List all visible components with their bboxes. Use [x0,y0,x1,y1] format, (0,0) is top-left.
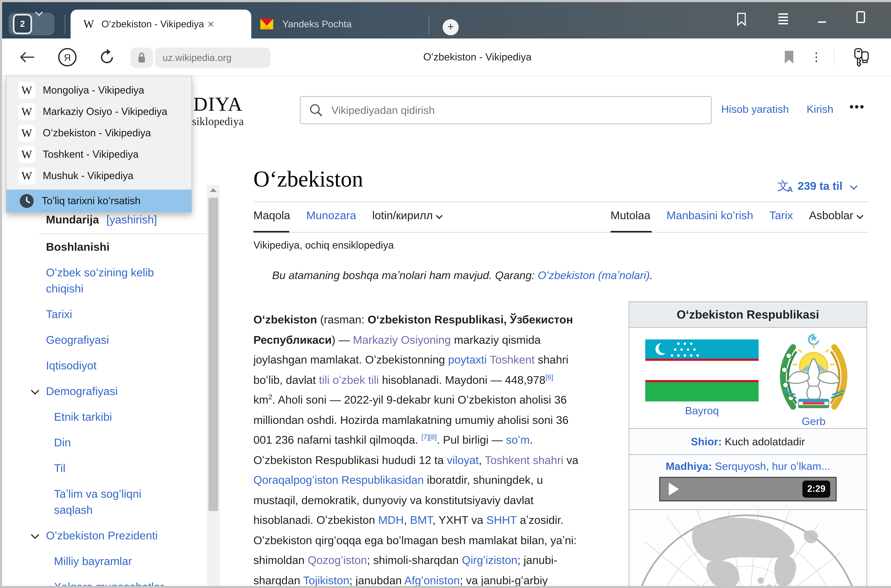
bookmarks-panel-icon[interactable] [736,12,747,27]
site-subtitle: Vikipediya, ochiq ensiklopediya [254,240,394,251]
toc-item-ta-lim-va-sog-liqni-saqlash[interactable]: Taʼlim va sogʻliqni saqlash [42,486,180,518]
history-item[interactable]: WMarkaziy Osiyo - Vikipediya [6,101,191,122]
play-icon[interactable] [669,483,679,495]
menu-icon[interactable] [777,13,789,26]
tab-group-count-badge[interactable]: 2 [13,14,32,34]
motto-label-link[interactable]: Shior: [691,436,722,447]
create-account-link[interactable]: Hisob yaratish [721,103,789,115]
toc-item-boshlanishi[interactable]: Boshlanishi [34,239,180,255]
history-item[interactable]: WMongoliya - Vikipediya [6,80,191,101]
yandex-home-button[interactable]: Я [57,39,78,76]
tabbar-separator [64,15,65,34]
history-item-label: Mushuk - Vikipediya [43,170,134,182]
article-link[interactable]: [6] [546,373,553,381]
toc-item-milliy-bayramlar[interactable]: Milliy bayramlar [42,553,180,569]
maximize-icon[interactable] [855,11,866,24]
article-link[interactable]: Qoraqalpogʻiston Respublikasidan [254,474,424,486]
tab-lotin-[interactable]: lotin/кирилл [372,209,442,222]
article-link[interactable]: SHHT [486,514,517,526]
audio-duration: 2:29 [802,480,830,498]
history-show-all-item[interactable]: Toʻliq tarixni koʻrsatish [6,190,191,212]
history-item-label: Oʻzbekiston - Vikipediya [43,127,151,139]
password-manager-button[interactable] [850,39,873,76]
article-link[interactable]: tili oʻzbek tili [319,374,379,386]
chevron-down-icon[interactable] [31,531,39,539]
article-link[interactable]: BMT [410,514,432,526]
toc-item-tarixi[interactable]: Tarixi [34,306,180,322]
article-link[interactable]: Tojikiston [303,574,349,586]
article-link[interactable]: Toshkent [490,353,535,366]
emblem-figure[interactable]: Gerb [774,332,854,428]
history-item[interactable]: WToshkent - Vikipediya [6,144,191,165]
anthem-title-link[interactable]: Serquyosh, hur oʻlkam... [715,460,830,472]
personal-tools-menu[interactable]: ••• [849,100,865,114]
article-title: Oʻzbekiston [254,166,363,192]
history-clock-icon [19,194,34,208]
article-link[interactable]: Qozogʻiston [308,554,367,566]
back-button[interactable] [17,39,38,76]
yandex-logo-glyph: Я [64,52,71,63]
flag-figure[interactable]: Bayroq [645,339,759,417]
site-security-badge[interactable] [130,48,153,68]
address-bar[interactable]: uz.wikipedia.org [155,48,270,68]
article-link[interactable]: Toshkent shahri [485,454,563,466]
article-link[interactable]: soʻm [506,434,530,446]
toc-item-din[interactable]: Din [42,435,180,451]
chevron-down-icon[interactable] [31,386,39,394]
tab-group-chip[interactable]: 2 [9,13,54,35]
motto-row: Shior: Kuch adolatdadir [629,428,867,454]
tab-bar: 2 W Oʻzbekiston - Vikipediya ✕ Yandeks P… [2,2,891,39]
article-link[interactable]: Oʻzbekiston (maʼnolari) [538,269,650,281]
toc-hide-link[interactable]: [yashirish] [106,213,157,226]
close-icon[interactable]: ✕ [207,19,214,29]
toolbar-more-menu[interactable]: ⋮ [809,39,823,76]
title-divider [254,201,868,202]
toc-item-geografiyasi[interactable]: Geografiyasi [34,332,180,348]
toc-divider [39,234,220,234]
article-link[interactable]: Afgʻoniston [404,574,460,586]
history-item[interactable]: WOʻzbekiston - Vikipediya [6,122,191,144]
article-text-line: Республикаси) — Markaziy Osiyoning marka… [254,330,622,350]
tab-ozbekiston[interactable]: W Oʻzbekiston - Vikipediya ✕ [70,10,251,39]
toc-item-xalqaro-munosabatlar[interactable]: Xalqaro munosabatlar [42,579,180,586]
article-link[interactable]: viloyat [447,454,479,466]
add-bookmark-button[interactable] [782,39,796,76]
toc-item-o-zbek-so-zining-kelib-chiqishi[interactable]: Oʻzbek soʻzining kelib chiqishi [34,265,180,297]
article-link[interactable]: poytaxti [448,353,487,366]
anthem-label-link[interactable]: Madhiya: [666,460,712,472]
toc-scrollbar-thumb[interactable] [208,198,218,511]
tab-munozara[interactable]: Munozara [306,209,356,222]
view-asboblar[interactable]: Asboblar [809,209,862,222]
tab-maqola[interactable]: Maqola [254,209,290,222]
infobox-title: Oʻzbekiston Respublikasi [629,302,867,327]
minimize-icon[interactable] [817,14,828,25]
toc-item-o-zbekiston-prezidenti[interactable]: Oʻzbekiston Prezidenti [34,528,180,544]
article-link[interactable]: Qirgʻiziston [462,554,518,566]
emblem-caption-link[interactable]: Gerb [774,416,854,428]
article-text-line: sharqdan Tojikiston; janubdan Afgʻonisto… [254,570,622,586]
tab-yandeks-pochta[interactable]: Yandeks Pochta [260,10,426,39]
article-link[interactable]: Markaziy Osiyoning [353,333,451,346]
wiki-search-box[interactable] [300,96,711,124]
account-links: Hisob yaratish Kirish [721,103,834,116]
view-mutolaa[interactable]: Mutolaa [610,209,650,222]
toc-item-etnik-tarkibi[interactable]: Etnik tarkibi [42,409,180,425]
toc-item-iqtisodiyot[interactable]: Iqtisodiyot [34,358,180,374]
history-item[interactable]: WMushuk - Vikipediya [6,165,191,186]
lock-icon [137,52,147,64]
refresh-button[interactable] [96,39,118,76]
toc-scrollbar[interactable] [207,185,220,586]
toc-item-til[interactable]: Til [42,460,180,476]
article-link[interactable]: [7][8] [421,433,437,441]
scroll-up-icon[interactable] [210,188,216,192]
view-tarix[interactable]: Tarix [769,209,793,222]
article-link[interactable]: MDH [378,514,404,526]
new-tab-button[interactable]: + [442,19,459,35]
audio-player[interactable]: 2:29 [659,477,837,501]
login-link[interactable]: Kirish [807,103,834,115]
search-input[interactable] [330,104,675,117]
language-selector[interactable]: 文A 239 ta til [777,178,856,194]
view-manbasini-ko-rish[interactable]: Manbasini koʻrish [666,209,753,222]
toc-item-demografiyasi[interactable]: Demografiyasi [34,383,180,399]
flag-caption-link[interactable]: Bayroq [645,405,759,417]
